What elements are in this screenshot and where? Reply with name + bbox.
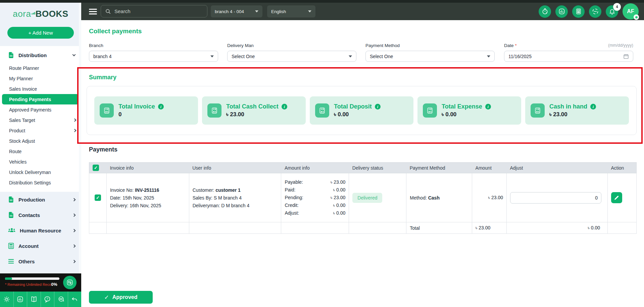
summary-card-cash-in-hand: Cash in handi ৳ 23.00 [525, 96, 629, 125]
sidebar-scrollbar[interactable] [79, 3, 81, 273]
document-icon [8, 196, 14, 203]
summary-value: ৳ 23.00 [226, 111, 287, 118]
people-icon [8, 227, 15, 234]
summary-title: Summary [89, 74, 116, 81]
undo-arrow-icon [71, 296, 78, 303]
calculator-icon [207, 103, 221, 118]
info-icon[interactable]: i [485, 104, 491, 109]
notifications-button[interactable]: 4 [606, 5, 618, 18]
sidebar-item-sales-target[interactable]: Sales Target [0, 115, 81, 125]
col-amount: Amount [472, 163, 507, 173]
approved-button[interactable]: ✓ Approved [89, 291, 153, 304]
sidebar-group-human-resource[interactable]: Human Resource [0, 223, 81, 238]
branch-dropdown[interactable]: branch 4 - 004 [211, 5, 262, 17]
scan-button[interactable] [589, 5, 601, 18]
preferences-button[interactable] [63, 276, 77, 289]
sales-by: Sales By: S M branch 4 [193, 195, 278, 201]
summary-card-total-deposit: Total Depositi ৳ 0.00 [310, 96, 413, 125]
sidebar-item-vehicles[interactable]: Vehicles [0, 157, 81, 167]
select-all-checkbox[interactable] [93, 165, 99, 171]
summary-card-total-expense: Total Expensei ৳ 0.00 [417, 96, 521, 125]
page-title: Collect payments [89, 28, 142, 35]
sidebar-item-sales-invoice[interactable]: Sales Invoice [0, 84, 81, 94]
deliveryman: Deliveryman: D M branch 4 [193, 203, 278, 208]
sidebar-group-distribution[interactable]: Distribution [0, 49, 81, 61]
document-icon [8, 52, 14, 58]
sidebar-item-approved-payments[interactable]: Approved Payments [0, 104, 81, 115]
branch-select[interactable]: branch 4 [89, 51, 218, 62]
summary-value: ৳ 23.00 [549, 111, 596, 118]
sidebar-item-unlock-deliveryman[interactable]: Unlock Deliveryman [0, 167, 81, 177]
help-button[interactable]: ? [41, 292, 55, 307]
info-icon[interactable]: i [282, 104, 287, 109]
payment-method-select[interactable]: Select One [365, 51, 495, 62]
sidebar-bottom-toolbar: ? [0, 292, 81, 307]
sidebar: aoraBOOKS + Add New Distribution Route P… [0, 3, 81, 307]
sidebar-group-production[interactable]: Production [0, 192, 81, 207]
sidebar-item-my-planner[interactable]: My Planner [0, 73, 81, 84]
sidebar-item-distribution-settings[interactable]: Distribution Settings [0, 177, 81, 188]
analytics-button[interactable] [555, 5, 568, 18]
menu-toggle-button[interactable] [89, 7, 98, 15]
sidebar-item-route-planner[interactable]: Route Planner [0, 63, 81, 73]
col-user-info: User info [189, 163, 281, 173]
global-search [101, 5, 207, 17]
adjust-cell [506, 173, 607, 222]
sidebar-group-contacts[interactable]: Contacts [0, 207, 81, 223]
method-value: Cash [428, 195, 440, 201]
chevron-right-icon [72, 213, 76, 217]
time-tracker-button[interactable] [539, 5, 551, 18]
reports-button[interactable] [14, 292, 28, 307]
sidebar-group-account[interactable]: Account [0, 238, 81, 254]
col-invoice-info: Invoice info [106, 163, 189, 173]
payment-row: Invoice No: INV-251116 Date: 15th Nov, 2… [89, 173, 637, 222]
undo-button[interactable] [68, 292, 82, 307]
adjust-input[interactable] [510, 192, 601, 204]
search-input[interactable] [114, 8, 203, 14]
customer-name: customer 1 [215, 187, 241, 193]
date-format-hint: (mm/dd/yyyy) [608, 43, 633, 48]
user-avatar[interactable]: AF [623, 3, 639, 19]
sidebar-item-stock-adjust[interactable]: Stock Adjust [0, 136, 81, 146]
status-indicator [634, 14, 639, 20]
calculator-button[interactable] [572, 5, 585, 18]
row-checkbox[interactable] [95, 194, 101, 201]
delivery-status-cell: Delivered [349, 173, 406, 222]
chevron-right-icon [73, 129, 77, 132]
sidebar-group-others[interactable]: Others [0, 254, 81, 269]
date-input[interactable] [508, 54, 623, 59]
summary-value: 0 [118, 111, 164, 118]
col-adjust: Adjust [506, 163, 607, 173]
sidebar-item-route[interactable]: Route [0, 146, 81, 157]
filter-delivery-man: Delivery Man Select One [227, 43, 356, 62]
chat-button[interactable] [54, 292, 68, 307]
language-dropdown[interactable]: English [267, 5, 315, 17]
info-icon[interactable]: i [375, 104, 381, 109]
svg-text:?: ? [47, 297, 48, 301]
list-icon [8, 258, 14, 264]
search-icon [105, 8, 111, 14]
sliders-icon [66, 279, 73, 286]
docs-button[interactable] [27, 292, 41, 307]
sidebar-item-product[interactable]: Product [0, 125, 81, 136]
document-icon [8, 212, 14, 218]
pencil-icon [613, 195, 620, 201]
add-new-button[interactable]: + Add New [7, 27, 74, 39]
chevron-down-icon [255, 10, 258, 12]
calendar-icon[interactable] [623, 53, 629, 59]
settings-button[interactable] [0, 292, 14, 307]
summary-card-total-invoice: Total Invoicei 0 [94, 96, 198, 125]
calculator-icon [575, 8, 582, 15]
info-icon[interactable]: i [590, 104, 596, 109]
usage-percent: 0% [51, 282, 57, 287]
filter-payment-method: Payment Method Select One [365, 43, 495, 62]
info-icon[interactable]: i [158, 104, 164, 109]
delivery-man-select[interactable]: Select One [227, 51, 356, 62]
sidebar-item-pending-payments[interactable]: Pending Payments [2, 94, 79, 104]
col-delivery-status: Delivery status [349, 163, 406, 173]
distribution-menu-block: Distribution Route Planner My Planner Sa… [0, 46, 81, 192]
bar-chart-icon [17, 296, 23, 303]
edit-button[interactable] [611, 192, 622, 203]
invoice-delivery-date: Delivery: 16th Nov, 2025 [110, 203, 186, 208]
action-cell [607, 173, 636, 222]
